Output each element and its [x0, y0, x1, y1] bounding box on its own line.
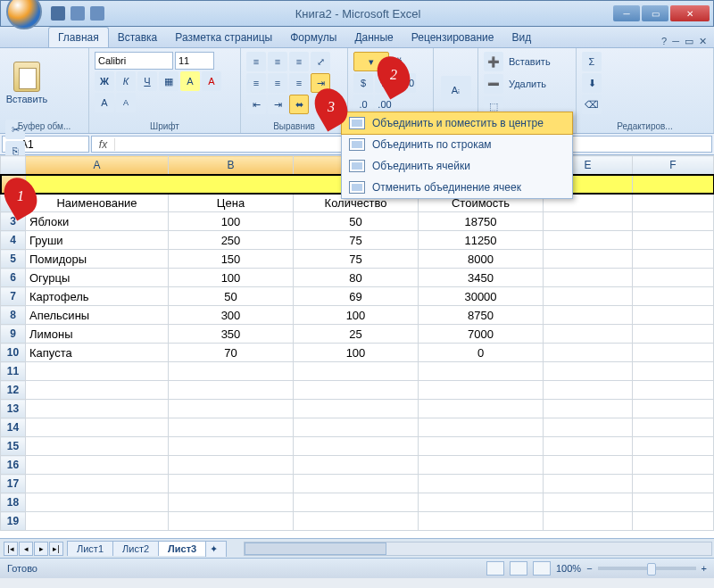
row-header[interactable]: 11 — [1, 362, 26, 381]
cell[interactable] — [544, 512, 633, 531]
cell[interactable] — [633, 344, 714, 362]
cell[interactable] — [294, 493, 419, 512]
prev-sheet-icon[interactable]: ◂ — [19, 542, 33, 556]
cell[interactable] — [169, 493, 294, 512]
cell[interactable] — [633, 250, 714, 269]
row-header[interactable]: 17 — [1, 475, 26, 493]
cell[interactable] — [544, 325, 633, 344]
merge-center-item[interactable]: Объединить и поместить в центре — [341, 112, 573, 135]
cell[interactable]: 300 — [169, 306, 294, 325]
tab-review[interactable]: Рецензирование — [403, 28, 503, 47]
col-header-b[interactable]: B — [169, 156, 294, 175]
cell[interactable] — [633, 381, 714, 400]
tab-formulas[interactable]: Формулы — [281, 28, 345, 47]
tab-home[interactable]: Главная — [48, 27, 109, 47]
cell[interactable] — [633, 287, 714, 306]
save-icon[interactable] — [51, 6, 65, 21]
cell[interactable] — [544, 344, 633, 362]
cell[interactable] — [419, 381, 544, 400]
cell[interactable]: 150 — [169, 250, 294, 269]
row-header[interactable]: 19 — [1, 512, 26, 531]
normal-view-icon[interactable] — [486, 561, 504, 576]
fill-color-icon[interactable]: A — [180, 71, 200, 91]
tab-pagelayout[interactable]: Разметка страницы — [166, 28, 281, 47]
cell[interactable] — [544, 475, 633, 493]
cell[interactable] — [26, 493, 169, 512]
cell[interactable] — [294, 456, 419, 475]
cell[interactable] — [294, 418, 419, 437]
page-layout-view-icon[interactable] — [510, 561, 527, 576]
cell-styles-icon[interactable]: Aᵢ — [441, 76, 471, 106]
cell[interactable] — [633, 212, 714, 231]
row-header[interactable]: 10 — [1, 344, 26, 362]
cell[interactable]: Помидоры — [26, 250, 169, 269]
minimize-button[interactable]: ─ — [613, 5, 640, 21]
font-color-icon[interactable]: A — [202, 71, 221, 91]
mdi-min-icon[interactable]: ─ — [672, 36, 679, 47]
orientation-icon[interactable]: ⤢ — [311, 52, 330, 71]
cell[interactable] — [169, 456, 294, 475]
row-header[interactable]: 18 — [1, 493, 26, 512]
align-middle-icon[interactable]: ≡ — [268, 52, 287, 71]
cell[interactable] — [294, 437, 419, 456]
cell[interactable] — [544, 362, 633, 381]
cell[interactable]: 100 — [169, 212, 294, 231]
cell[interactable] — [419, 362, 544, 381]
cell[interactable]: Огурцы — [26, 269, 169, 287]
redo-icon[interactable] — [90, 6, 104, 21]
row-header[interactable]: 4 — [1, 231, 26, 250]
align-center-icon[interactable]: ≡ — [268, 73, 287, 93]
cell[interactable] — [633, 400, 714, 418]
select-all-corner[interactable] — [1, 156, 26, 175]
font-size-combo[interactable]: 11 — [175, 52, 214, 70]
grow-font-icon[interactable]: A — [95, 93, 114, 112]
cell[interactable] — [544, 231, 633, 250]
zoom-out-icon[interactable]: − — [586, 563, 592, 574]
cell[interactable]: Груши — [26, 231, 169, 250]
cell[interactable] — [169, 362, 294, 381]
merge-cells-item[interactable]: Объединить ячейки — [342, 155, 572, 177]
cell[interactable]: 8000 — [419, 250, 544, 269]
italic-button[interactable]: К — [116, 71, 136, 91]
cell[interactable]: 80 — [294, 269, 419, 287]
align-bottom-icon[interactable]: ≡ — [289, 52, 309, 71]
align-right-icon[interactable]: ≡ — [289, 73, 309, 93]
cell[interactable]: 11250 — [419, 231, 544, 250]
cell[interactable]: 8750 — [419, 306, 544, 325]
cell[interactable] — [419, 512, 544, 531]
cell[interactable]: Цена — [169, 194, 294, 212]
cell[interactable]: Яблоки — [26, 212, 169, 231]
cell[interactable] — [633, 269, 714, 287]
cell[interactable] — [26, 381, 169, 400]
row-header[interactable]: 16 — [1, 456, 26, 475]
cell[interactable] — [419, 456, 544, 475]
row-header[interactable]: 14 — [1, 418, 26, 437]
zoom-level[interactable]: 100% — [556, 563, 581, 574]
currency-icon[interactable]: $ — [353, 73, 373, 93]
cell[interactable]: 70 — [169, 344, 294, 362]
last-sheet-icon[interactable]: ▸| — [49, 542, 63, 556]
cell[interactable] — [544, 381, 633, 400]
cell[interactable]: 350 — [169, 325, 294, 344]
col-header-a[interactable]: A — [26, 156, 169, 175]
cell[interactable]: Картофель — [26, 287, 169, 306]
cell[interactable] — [544, 456, 633, 475]
cell[interactable] — [294, 475, 419, 493]
horizontal-scrollbar[interactable] — [244, 542, 712, 556]
cell[interactable] — [419, 418, 544, 437]
zoom-slider[interactable] — [598, 567, 696, 570]
new-sheet-icon[interactable]: ✦ — [205, 541, 227, 557]
tab-view[interactable]: Вид — [502, 28, 540, 47]
page-break-view-icon[interactable] — [533, 561, 551, 576]
cell[interactable] — [26, 362, 169, 381]
cell[interactable] — [169, 475, 294, 493]
cell[interactable] — [633, 493, 714, 512]
next-sheet-icon[interactable]: ▸ — [34, 542, 48, 556]
cell[interactable] — [294, 362, 419, 381]
font-name-combo[interactable]: Calibri — [95, 52, 173, 70]
row-header[interactable]: 15 — [1, 437, 26, 456]
align-top-icon[interactable]: ≡ — [246, 52, 266, 71]
delete-cells-icon[interactable]: ➖ — [484, 74, 503, 94]
paste-button[interactable]: Вставить — [5, 52, 48, 114]
cell[interactable] — [26, 437, 169, 456]
